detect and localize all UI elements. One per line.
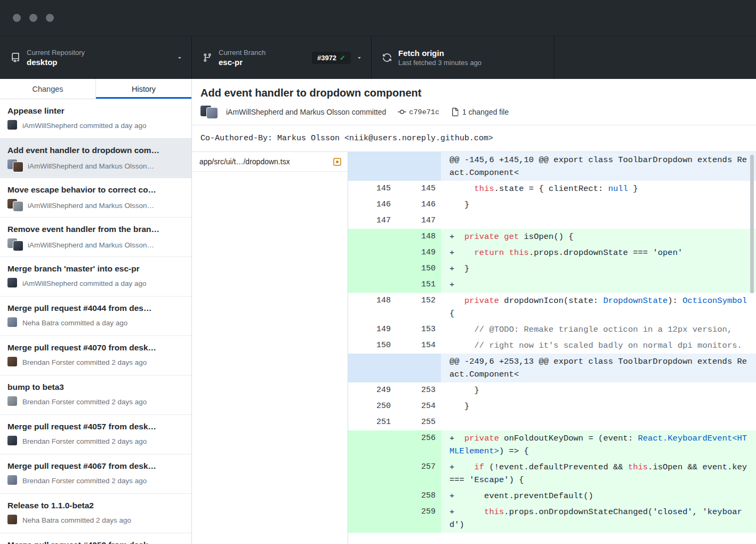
- tab-history[interactable]: History: [96, 79, 191, 99]
- commit-title: Merge pull request #4044 from des…: [7, 303, 183, 313]
- code-segment: [454, 248, 474, 258]
- file-list: app/src/ui/t…/dropdown.tsx: [192, 152, 348, 544]
- new-line-number: 259: [396, 504, 441, 533]
- history-item[interactable]: Release to 1.1.0-beta2Neha Batra committ…: [0, 494, 191, 533]
- commit-title: Merge branch 'master' into esc-pr: [7, 264, 183, 274]
- diff-line: }: [441, 197, 756, 213]
- code-segment: ) => {: [499, 446, 529, 456]
- code-segment: [454, 184, 474, 194]
- history-item[interactable]: Merge pull request #4052 from desk…: [0, 533, 191, 544]
- avatar-group: [7, 238, 23, 251]
- avatar-group: [7, 120, 18, 131]
- diff-line: [441, 414, 756, 430]
- new-line-number: 151: [396, 277, 441, 293]
- code-segment: this: [628, 462, 648, 472]
- code-segment: this: [509, 248, 529, 258]
- history-item[interactable]: Merge pull request #4070 from desk…Brend…: [0, 336, 191, 375]
- diff-line-prefix: +: [449, 248, 454, 258]
- commit-title: Merge pull request #4067 from desk…: [7, 461, 183, 471]
- avatar-group: [7, 159, 23, 172]
- history-item[interactable]: bump to beta3Brendan Forster committed 2…: [0, 375, 191, 415]
- file-item[interactable]: app/src/ui/t…/dropdown.tsx: [192, 152, 348, 172]
- old-line-number: [348, 504, 396, 533]
- zoom-button[interactable]: [46, 14, 54, 22]
- history-item[interactable]: Add event handler to dropdown com…iAmWil…: [0, 139, 191, 178]
- code-segment: .props.dropdownState ===: [529, 248, 653, 258]
- branch-text: Current Branch esc-pr: [219, 48, 312, 67]
- old-line-number: 149: [348, 322, 396, 338]
- diff-row: 151+: [348, 277, 756, 293]
- new-line-number: [396, 354, 441, 382]
- diff-row: 149153 // @TODO: Remake triangle octicon…: [348, 322, 756, 338]
- commit-meta: Brendan Forster committed 2 days ago: [22, 398, 147, 406]
- minimize-button[interactable]: [29, 14, 37, 22]
- diff-line-prefix: +: [449, 434, 454, 443]
- sidebar: Changes History Appease linteriAmWillShe…: [0, 79, 192, 544]
- diff-row: 150+ }: [348, 261, 756, 277]
- new-line-number: 149: [396, 245, 441, 261]
- toolbar-spacer: [554, 36, 756, 79]
- new-line-number: 154: [396, 338, 441, 354]
- commit-meta: iAmWillShepherd and Markus Olsson…: [28, 162, 154, 170]
- commit-meta: iAmWillShepherd committed a day ago: [22, 279, 147, 287]
- avatar: [7, 475, 17, 485]
- diff-rows: @@ -145,6 +145,10 @@ export class Toolba…: [348, 152, 756, 533]
- branch-picker[interactable]: Current Branch esc-pr #3972 ✓: [192, 36, 372, 79]
- new-line-number: 147: [396, 213, 441, 229]
- history-item[interactable]: Appease linteriAmWillShepherd committed …: [0, 99, 191, 139]
- diff-row: 256+ private onFoldoutKeyDown = (event: …: [348, 430, 756, 459]
- diff-row: 150154 // right now it's scaled badly on…: [348, 338, 756, 354]
- history-item[interactable]: Merge pull request #4044 from des…Neha B…: [0, 297, 191, 336]
- diff-row: 259+ this.props.onDropdownStateChanged('…: [348, 504, 756, 533]
- code-segment: this: [484, 507, 504, 517]
- code-segment: isOpen() {: [519, 232, 573, 242]
- repository-picker[interactable]: Current Repository desktop: [0, 36, 192, 79]
- new-line-number: 153: [396, 322, 441, 338]
- code-segment: [504, 248, 509, 258]
- diff-line: + private get isOpen() {: [441, 229, 756, 245]
- old-line-number: [348, 488, 396, 504]
- github-desktop-window: Current Repository desktop Current Branc…: [0, 0, 756, 544]
- code-segment: [454, 434, 464, 443]
- diff-line: + return this.props.dropdownState === 'o…: [441, 245, 756, 261]
- code-segment: onFoldoutKeyDown = (event:: [499, 434, 638, 443]
- diff-row: @@ -249,6 +253,13 @@ export class Toolba…: [348, 354, 756, 382]
- code-segment: private: [464, 232, 499, 242]
- sync-icon: [382, 53, 392, 62]
- diff-line: @@ -145,6 +145,10 @@ export class Toolba…: [441, 152, 756, 181]
- code-segment: DropdownState: [603, 296, 667, 306]
- commit-authors: iAmWillShepherd and Markus Olsson commit…: [226, 108, 386, 116]
- code-segment: }: [454, 200, 469, 210]
- code-segment: }: [454, 402, 469, 411]
- titlebar: [0, 0, 756, 36]
- commit-meta-row: iAmWillShepherd and Markus Olsson commit…: [200, 106, 744, 118]
- history-item[interactable]: Merge pull request #4057 from desk…Brend…: [0, 415, 191, 454]
- diff-row: 146146 }: [348, 197, 756, 213]
- old-line-number: [348, 229, 396, 245]
- sidebar-tabs: Changes History: [0, 79, 191, 99]
- commit-meta: Brendan Forster committed 2 days ago: [22, 358, 147, 366]
- commit-meta: Brendan Forster committed 2 days ago: [22, 477, 147, 485]
- close-button[interactable]: [13, 14, 21, 22]
- code-segment: ): [460, 520, 464, 530]
- diff-line: // right now it's scaled badly on normal…: [441, 338, 756, 354]
- scrollbar[interactable]: [750, 155, 754, 293]
- code-segment: this: [474, 184, 494, 194]
- history-item[interactable]: Remove event handler from the bran…iAmWi…: [0, 218, 191, 257]
- code-segment: @@ -249,6 +253,13 @@ export class Toolba…: [449, 357, 747, 379]
- commit-title: Add event handler to dropdown com…: [7, 146, 183, 155]
- diff-line-prefix: +: [449, 280, 454, 290]
- old-line-number: [348, 354, 396, 382]
- code-segment: // right now it's scaled badly on normal…: [474, 341, 742, 350]
- fetch-text: Fetch origin Last fetched 3 minutes ago: [398, 48, 481, 67]
- repository-text: Current Repository desktop: [27, 48, 171, 67]
- fetch-origin-button[interactable]: Fetch origin Last fetched 3 minutes ago: [372, 36, 554, 79]
- diff-row: 148152 private dropdownIcon(state: Dropd…: [348, 293, 756, 322]
- history-item[interactable]: Move escape behavior to correct co…iAmWi…: [0, 178, 191, 218]
- history-item[interactable]: Merge branch 'master' into esc-priAmWill…: [0, 257, 191, 297]
- diff-line: + this.props.onDropdownStateChanged('clo…: [441, 504, 756, 533]
- toolbar: Current Repository desktop Current Branc…: [0, 36, 756, 79]
- diff-line-prefix: [449, 402, 454, 411]
- history-item[interactable]: Merge pull request #4067 from desk…Brend…: [0, 454, 191, 494]
- tab-changes[interactable]: Changes: [0, 79, 96, 99]
